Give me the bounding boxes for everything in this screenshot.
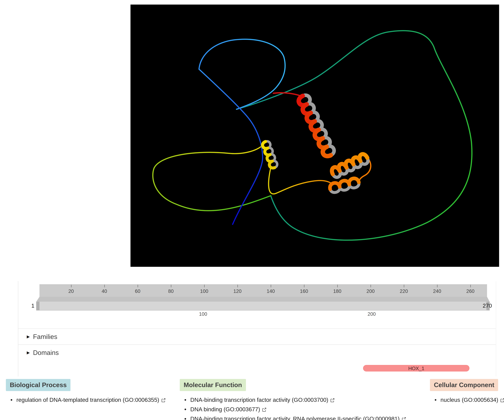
protein-ribbon-canvas	[131, 5, 499, 267]
domains-label: Domains	[33, 349, 59, 356]
navigator-left-handle[interactable]	[36, 302, 40, 310]
go-term-item: •DNA-binding transcription factor activi…	[180, 395, 430, 405]
tick-mark	[404, 285, 404, 287]
chevron-right-icon: ▶	[27, 334, 30, 339]
tick-number: 180	[333, 288, 341, 294]
external-link-icon[interactable]	[262, 407, 267, 412]
tick-number: 200	[366, 288, 375, 294]
external-link-icon[interactable]	[330, 398, 335, 402]
go-annotations: Biological Process •regulation of DNA-te…	[0, 379, 504, 420]
bullet: •	[434, 395, 437, 405]
external-link-icon[interactable]	[500, 398, 504, 402]
track-section-domains[interactable]: ▶ Domains	[18, 344, 496, 360]
ribbon-strand-blue	[199, 69, 263, 224]
axis-label: 200	[368, 311, 376, 317]
tick-mark	[437, 285, 438, 287]
structure-viewer[interactable]	[131, 5, 499, 267]
track-section-families[interactable]: ▶ Families	[18, 329, 496, 344]
tick-mark	[271, 285, 271, 287]
helix-front-segment	[269, 161, 275, 168]
families-label: Families	[33, 333, 57, 340]
tick-number: 80	[168, 288, 174, 294]
tick-number: 240	[433, 288, 441, 294]
go-term-item: •DNA binding (GO:0003677)	[180, 405, 430, 414]
domain-pill-hox_1[interactable]: HOX_1	[363, 365, 469, 372]
sequence-navigator[interactable]	[36, 302, 490, 311]
bullet: •	[184, 395, 186, 405]
go-term-item: •regulation of DNA-templated transcripti…	[6, 395, 180, 405]
helix-front-segment	[323, 147, 331, 156]
go-term-text: DNA binding (GO:0003677)	[190, 405, 260, 414]
helix-front-segment	[330, 183, 340, 189]
tick-mark	[71, 285, 72, 287]
go-term-text: regulation of DNA-templated transcriptio…	[17, 395, 159, 405]
tick-mark	[171, 285, 171, 287]
go-term-text: DNA-binding transcription factor activit…	[190, 395, 328, 405]
tick-mark	[337, 285, 338, 287]
bullet: •	[184, 405, 186, 414]
track-sections: ▶ Families ▶ Domains HOX_1	[18, 329, 496, 382]
go-badge-molecular-function: Molecular Function	[180, 379, 246, 391]
domains-track-body: HOX_1	[18, 360, 496, 382]
sequence-end-label: 270	[483, 302, 492, 310]
navigator-axis: 100200	[36, 311, 490, 318]
tick-number: 120	[233, 288, 241, 294]
sequence-start-label: 1	[31, 302, 34, 310]
go-term-text: DNA-binding transcription factor activit…	[190, 414, 400, 420]
tick-number: 140	[267, 288, 275, 294]
tick-mark	[470, 285, 471, 287]
page: 20406080100120140160180200220240260 1 27…	[0, 0, 504, 420]
bullet: •	[184, 414, 186, 420]
go-list: •DNA-binding transcription factor activi…	[180, 395, 430, 420]
axis-label: 100	[199, 311, 207, 317]
go-term-text: nucleus (GO:0005634)	[440, 395, 498, 405]
tick-number: 20	[68, 288, 74, 294]
ribbon-strand-gold	[269, 168, 331, 194]
go-badge-biological-process: Biological Process	[6, 379, 71, 391]
tick-mark	[104, 285, 105, 287]
tick-mark	[238, 285, 238, 287]
ribbon-coil-teal-green	[236, 31, 472, 240]
ruler-connector	[36, 297, 490, 302]
ribbon-coil-green-yellowgreen	[153, 168, 271, 211]
tick-mark	[304, 285, 304, 287]
tick-mark	[138, 285, 138, 287]
feature-panel: 20406080100120140160180200220240260 1 27…	[18, 281, 496, 376]
tick-number: 40	[102, 288, 107, 294]
helix-front-segment	[332, 167, 340, 174]
go-column-molecular-function: Molecular Function •DNA-binding transcri…	[180, 379, 430, 420]
external-link-icon[interactable]	[402, 417, 406, 420]
sequence-ruler: 20406080100120140160180200220240260	[39, 284, 487, 297]
go-column-cellular-component: Cellular Component •nucleus (GO:0005634)	[430, 379, 504, 420]
go-term-item: •nucleus (GO:0005634)	[430, 395, 504, 405]
go-list: •nucleus (GO:0005634)	[430, 395, 504, 405]
tick-number: 220	[400, 288, 408, 294]
chevron-right-icon: ▶	[27, 350, 30, 355]
tick-number: 100	[200, 288, 208, 294]
ribbon-loop-lightblue	[199, 39, 285, 109]
domain-track: HOX_1	[36, 365, 490, 372]
go-term-item: •DNA-binding transcription factor activi…	[180, 414, 430, 420]
tick-number: 260	[466, 288, 474, 294]
ribbon-coil-yellowgreen-yellow	[154, 144, 264, 168]
go-list: •regulation of DNA-templated transcripti…	[6, 395, 180, 405]
bullet: •	[11, 395, 12, 405]
tick-number: 160	[300, 288, 308, 294]
external-link-icon[interactable]	[161, 398, 166, 402]
tick-mark	[371, 285, 371, 287]
helix-group	[263, 95, 368, 192]
tick-mark	[204, 285, 204, 287]
go-column-biological-process: Biological Process •regulation of DNA-te…	[6, 379, 180, 420]
go-badge-cellular-component: Cellular Component	[430, 379, 498, 391]
tick-number: 60	[135, 288, 140, 294]
